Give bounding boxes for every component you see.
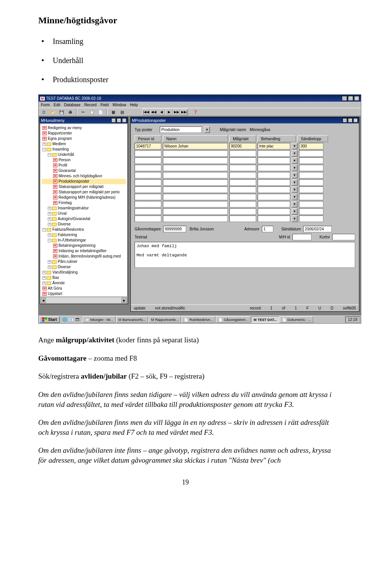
taskbar-button[interactable]: MBarncancerfo... bbox=[116, 316, 148, 323]
menu-help[interactable]: Help bbox=[130, 103, 138, 107]
table-row[interactable]: ▼ bbox=[135, 179, 355, 186]
expand-icon[interactable]: + bbox=[48, 260, 51, 264]
tree-item[interactable]: MAtt Göra bbox=[42, 286, 126, 291]
scroll-right-icon[interactable]: ▶ bbox=[122, 298, 127, 303]
dropdown-icon[interactable]: ▼ bbox=[292, 208, 297, 215]
maximize-button[interactable]: ❐ bbox=[348, 118, 352, 123]
tree-item[interactable]: MInläsn, återredovisningsfil autog,med bbox=[42, 254, 126, 259]
tree-item[interactable]: MProfil bbox=[42, 163, 126, 168]
nav-prev-icon[interactable]: ◀ bbox=[158, 109, 165, 115]
cell-behandling[interactable] bbox=[258, 172, 290, 178]
dropdown-icon[interactable]: ▼ bbox=[292, 215, 297, 222]
collapse-icon[interactable]: − bbox=[42, 228, 46, 232]
expand-icon[interactable]: + bbox=[48, 217, 51, 221]
expand-icon[interactable]: + bbox=[48, 207, 51, 210]
cell-malgr[interactable] bbox=[229, 172, 256, 178]
expand-icon[interactable]: + bbox=[42, 282, 46, 285]
tree-item[interactable]: +Ärende bbox=[42, 280, 126, 286]
col-namn[interactable]: Namn bbox=[163, 135, 228, 142]
cell-behandling[interactable] bbox=[258, 208, 290, 215]
cell-personid[interactable] bbox=[135, 194, 161, 200]
tree-item[interactable]: MStatusrapport per målg/akt per perio bbox=[42, 190, 126, 195]
scroll-left-icon[interactable]: ◀ bbox=[41, 298, 46, 303]
dropdown-icon[interactable]: ▼ bbox=[292, 194, 297, 200]
cell-personid[interactable]: 1048717 bbox=[135, 143, 161, 149]
maximize-button[interactable]: ❐ bbox=[117, 118, 121, 123]
tree-item[interactable]: MProduktionsposter bbox=[42, 179, 126, 184]
tree-item[interactable]: MBetalningsregistrering bbox=[42, 243, 126, 248]
col-behandling[interactable]: Behandling bbox=[258, 135, 296, 142]
table-row[interactable]: ▼ bbox=[135, 157, 355, 164]
dropdown-icon[interactable]: ▼ bbox=[292, 165, 297, 171]
cell-personid[interactable] bbox=[135, 186, 161, 193]
expand-icon[interactable]: + bbox=[42, 143, 46, 146]
dropdown-icon[interactable]: ▼ bbox=[204, 126, 210, 133]
tree-item[interactable]: −In-/Utbetalningar bbox=[42, 238, 126, 243]
cell-personid[interactable] bbox=[135, 157, 161, 164]
tree-item[interactable]: −Underhåll bbox=[42, 152, 126, 157]
cell-malgr[interactable] bbox=[229, 201, 256, 207]
tree-item[interactable]: +Fakturering bbox=[42, 232, 126, 238]
expand-icon[interactable]: + bbox=[48, 223, 51, 226]
tree-item[interactable]: +Diverse bbox=[42, 222, 126, 227]
typ-poster-input[interactable]: Produktion bbox=[160, 126, 202, 133]
nav-next-icon[interactable]: ▶ bbox=[165, 109, 173, 115]
menu-database[interactable]: Database bbox=[64, 103, 81, 107]
tree-item[interactable]: −Faktura/Reskontra bbox=[42, 227, 126, 232]
tree-item[interactable]: +Diverse bbox=[42, 264, 126, 270]
table-row[interactable]: ▼ bbox=[135, 165, 355, 171]
navigation-tree[interactable]: MRedigering av menyMRapportcenterMEgna p… bbox=[41, 124, 127, 296]
nav-last-icon[interactable]: ▶▶| bbox=[180, 109, 188, 115]
cell-personid[interactable] bbox=[135, 208, 161, 215]
col-sandbelopp[interactable]: Sändbelopp bbox=[297, 135, 328, 142]
dropdown-icon[interactable]: ▼ bbox=[292, 172, 297, 178]
quicklaunch-outlook-icon[interactable]: 📧 bbox=[68, 317, 74, 322]
cell-malgr[interactable] bbox=[229, 157, 256, 164]
cell-personid[interactable] bbox=[135, 215, 161, 222]
tree-item[interactable]: MFöretag bbox=[42, 200, 126, 206]
tree-item[interactable]: MGivaravtal bbox=[42, 168, 126, 173]
toolbar-open-icon[interactable]: 📂 bbox=[49, 109, 57, 115]
textrad-textarea[interactable]: Johan med familj Med varmt deltagande bbox=[135, 242, 355, 268]
taskbar-button[interactable]: 📄Rutinbeskrivn... bbox=[182, 316, 215, 323]
col-malgr[interactable]: Målgr/akt bbox=[229, 135, 256, 142]
tree-item[interactable]: +Medlem bbox=[42, 141, 126, 147]
table-row[interactable]: ▼ bbox=[135, 215, 355, 222]
table-row[interactable]: ▼ bbox=[135, 194, 355, 200]
table-row[interactable]: 1048717Nilsson Johan90200Inte plac▼300 bbox=[135, 143, 355, 149]
cell-behandling[interactable] bbox=[258, 165, 290, 171]
toolbar-print-icon[interactable]: 🖶 bbox=[67, 109, 74, 115]
menu-form[interactable]: Form bbox=[41, 103, 50, 107]
cell-namn[interactable] bbox=[163, 165, 228, 171]
toolbar-save-icon[interactable]: 💾 bbox=[58, 109, 65, 115]
close-button[interactable]: ✕ bbox=[353, 118, 358, 123]
expand-icon[interactable]: + bbox=[48, 233, 51, 237]
toolbar-paste-icon[interactable]: 📄 bbox=[97, 109, 104, 115]
tree-item[interactable]: MUppstart bbox=[42, 291, 126, 296]
tree-item[interactable]: +Autogiro/Givaravtal bbox=[42, 216, 126, 222]
quicklaunch-desktop-icon[interactable]: 🗔 bbox=[75, 317, 80, 322]
toolbar-cut-icon[interactable]: ✂ bbox=[79, 109, 87, 115]
tree-item[interactable]: +Insamlingsstruktur bbox=[42, 206, 126, 211]
tree-item[interactable]: MPerson bbox=[42, 157, 126, 163]
minimize-button[interactable]: _ bbox=[342, 96, 347, 101]
close-button[interactable]: ✕ bbox=[354, 96, 359, 101]
cell-sandbelopp[interactable] bbox=[299, 172, 323, 178]
cell-malgr[interactable] bbox=[229, 194, 256, 200]
close-button[interactable]: ✕ bbox=[122, 118, 127, 123]
cell-namn[interactable] bbox=[163, 150, 228, 157]
collapse-icon[interactable]: − bbox=[42, 148, 46, 151]
table-row[interactable]: ▼ bbox=[135, 150, 355, 157]
cell-behandling[interactable] bbox=[258, 201, 290, 207]
cell-personid[interactable] bbox=[135, 179, 161, 186]
gavomottagare-id-input[interactable]: 99999999 bbox=[163, 226, 186, 232]
table-row[interactable]: ▼ bbox=[135, 172, 355, 178]
cell-namn[interactable] bbox=[163, 194, 228, 200]
quicklaunch-ie-icon[interactable]: 🌐 bbox=[62, 317, 67, 322]
dropdown-icon[interactable]: ▼ bbox=[292, 179, 297, 186]
table-row[interactable]: ▼ bbox=[135, 201, 355, 207]
cell-namn[interactable] bbox=[163, 208, 228, 215]
menu-window[interactable]: Window bbox=[112, 103, 126, 107]
expand-icon[interactable]: + bbox=[48, 212, 51, 215]
cell-sandbelopp[interactable] bbox=[299, 179, 323, 186]
